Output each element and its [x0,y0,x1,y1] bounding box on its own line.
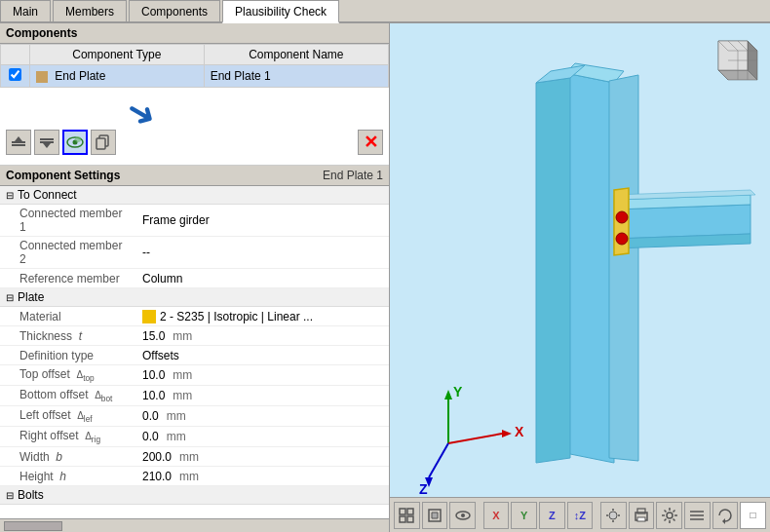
row-reference-member: Reference member Column [0,269,389,288]
collapse-plate-icon[interactable]: ⊟ [6,292,14,303]
value-thickness: 15.0 mm [136,327,389,345]
vp-render-btn[interactable] [422,502,448,529]
vp-white-bg-btn[interactable]: □ [740,502,766,529]
vp-axis-z-btn[interactable]: Z [539,502,565,529]
tab-components[interactable]: Components [129,0,220,21]
unit-width: mm [179,450,199,464]
vp-axis-z2-btn[interactable]: ↕Z [567,502,594,529]
component-checkbox[interactable] [1,65,30,88]
value-connected-member-2: -- [136,244,389,261]
tab-plausibility-check[interactable]: Plausibility Check [222,0,339,23]
vp-axis-y-btn[interactable]: Y [511,502,537,529]
col-component-type: Component Type [30,45,205,65]
svg-rect-2 [12,144,25,146]
vp-print-btn[interactable] [629,502,655,529]
label-bottom-offset: Bottom offset Δbot [0,386,136,405]
svg-rect-60 [637,517,645,521]
viewport-panel[interactable]: Y X Z [390,23,770,532]
label-connected-member-2: Connected member 2 [0,237,136,268]
label-height: Height h [0,468,136,485]
viewport-toolbar: X Y Z ↕Z [390,497,770,532]
svg-rect-10 [96,138,105,149]
value-right-offset: 0.0 mm [136,428,389,445]
svg-marker-24 [565,73,614,463]
collapse-to-connect-icon[interactable]: ⊟ [6,190,14,201]
material-color-box [142,310,156,323]
nav-cube[interactable] [704,31,762,90]
row-thickness: Thickness t 15.0 mm [0,326,389,346]
row-width: Width b 200.0 mm [0,447,389,467]
tab-bar: Main Members Components Plausibility Che… [0,0,770,23]
icon-toolbar: ✕ [0,130,389,155]
svg-marker-50 [432,513,438,518]
unit-top-offset: mm [173,368,192,382]
value-reference-member: Column [136,270,389,287]
tab-members[interactable]: Members [53,0,127,21]
svg-rect-46 [407,509,413,514]
left-panel: Components Component Type Component Name [0,23,390,532]
component-color-indicator [36,71,48,83]
label-width: Width b [0,448,136,466]
tab-main[interactable]: Main [0,0,51,21]
row-top-offset: Top offset Δtop 10.0 mm [0,365,389,386]
vp-snap-btn[interactable] [394,502,420,529]
toolbar-move-down-btn[interactable] [34,130,59,155]
settings-title: Component Settings [6,169,120,182]
settings-header: Component Settings End Plate 1 [0,166,389,186]
material-value-text: 2 - S235 | Isotropic | Linear ... [160,310,313,323]
unit-thickness: mm [173,329,192,343]
value-top-offset: 10.0 mm [136,366,389,384]
svg-point-61 [667,513,673,518]
toolbar-copy-btn[interactable] [91,130,116,155]
toolbar-move-up-btn[interactable] [6,130,31,155]
vp-settings-btn[interactable] [656,502,682,529]
svg-rect-45 [400,509,405,514]
scroll-thumb[interactable] [4,521,62,531]
component-toolbar-area: ➜ [0,88,389,166]
svg-marker-5 [43,143,51,148]
row-material: Material 2 - S235 | Isotropic | Linear .… [0,307,389,326]
svg-marker-28 [609,75,638,461]
value-definition-type: Offsets [136,347,389,364]
svg-marker-29 [614,205,751,239]
vp-extra-btn[interactable] [684,502,711,529]
row-right-offset: Right offset Δrig 0.0 mm [0,427,389,447]
svg-rect-47 [400,516,405,522]
collapse-bolts-icon[interactable]: ⊟ [6,490,14,501]
3d-scene: Y X Z [390,23,770,532]
group-bolts-label: Bolts [18,488,44,502]
label-thickness: Thickness t [0,327,136,345]
vp-light-btn[interactable] [600,502,627,529]
value-left-offset: 0.0 mm [136,407,389,425]
svg-point-35 [616,233,628,245]
label-left-offset: Left offset Δlef [0,406,136,426]
settings-content[interactable]: ⊟ To Connect Connected member 1 Frame gi… [0,186,389,518]
group-to-connect[interactable]: ⊟ To Connect [0,186,389,205]
svg-point-53 [609,512,617,519]
value-height: 210.0 mm [136,468,389,485]
svg-marker-26 [536,78,570,463]
value-width: 200.0 mm [136,448,389,466]
toolbar-delete-btn[interactable]: ✕ [358,130,383,155]
row-connected-member-2: Connected member 2 -- [0,237,389,269]
value-material: 2 - S235 | Isotropic | Linear ... [136,308,389,325]
components-table: Component Type Component Name End Plate … [0,44,389,88]
unit-bottom-offset: mm [173,389,192,402]
vp-rotate-btn[interactable] [712,502,739,529]
toolbar-view-btn[interactable] [62,130,88,155]
group-bolts[interactable]: ⊟ Bolts [0,486,389,505]
label-material: Material [0,308,136,325]
label-right-offset: Right offset Δrig [0,427,136,446]
row-left-offset: Left offset Δlef 0.0 mm [0,406,389,427]
row-definition-type: Definition type Offsets [0,346,389,365]
component-row[interactable]: End Plate End Plate 1 [1,65,389,88]
group-plate[interactable]: ⊟ Plate [0,288,389,307]
row-height: Height h 210.0 mm [0,467,389,486]
svg-rect-48 [407,516,413,522]
vp-eye-btn[interactable] [449,502,476,529]
vp-axis-x-btn[interactable]: X [483,502,510,529]
component-name-cell: End Plate 1 [204,65,388,88]
label-connected-member-1: Connected member 1 [0,205,136,236]
horizontal-scrollbar[interactable] [0,518,389,532]
svg-text:X: X [515,424,524,439]
